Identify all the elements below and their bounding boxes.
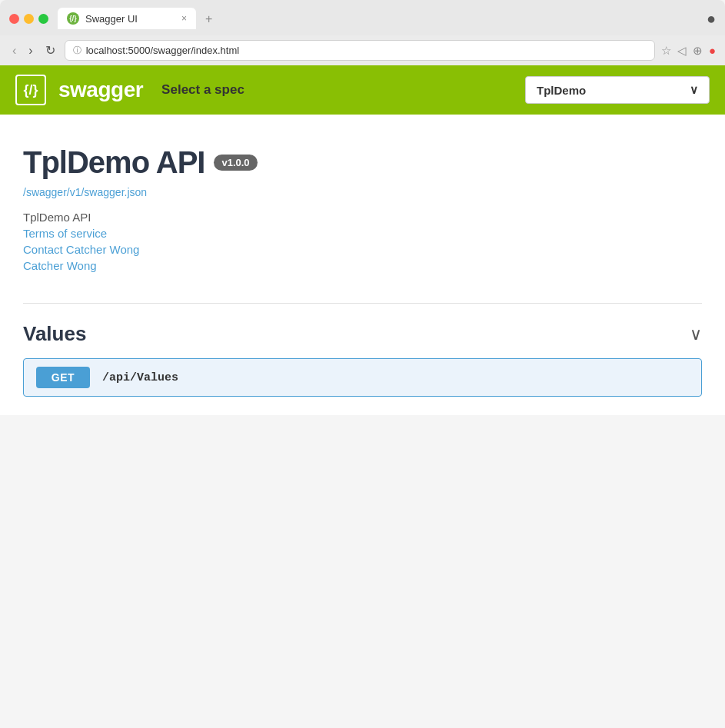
endpoint-path: /api/Values — [102, 371, 178, 384]
tab-close-button[interactable]: × — [181, 13, 187, 24]
contact-link[interactable]: Contact Catcher Wong — [23, 243, 702, 256]
http-method-badge: GET — [36, 367, 90, 388]
values-section-header: Values ∨ — [23, 322, 702, 346]
author-link[interactable]: Catcher Wong — [23, 259, 702, 272]
values-section-title: Values — [23, 322, 86, 346]
active-tab[interactable]: {/} Swagger UI × — [58, 8, 196, 29]
api-title-row: TplDemo API v1.0.0 — [23, 145, 702, 180]
new-tab-button[interactable]: + — [199, 9, 218, 29]
url-text: localhost:5000/swagger/index.html — [86, 45, 239, 56]
values-collapse-icon[interactable]: ∨ — [690, 324, 702, 344]
traffic-lights — [9, 14, 48, 24]
tab-bar: {/} Swagger UI × + — [58, 8, 700, 29]
api-url-link[interactable]: /swagger/v1/swagger.json — [23, 186, 702, 198]
forward-button[interactable]: › — [25, 42, 35, 59]
bookmark-icon[interactable]: ☆ — [661, 44, 671, 58]
close-traffic-light[interactable] — [9, 14, 19, 24]
address-bar-row: ‹ › ↻ ⓘ localhost:5000/swagger/index.htm… — [0, 35, 725, 65]
spec-select-dropdown[interactable]: TplDemo ∨ — [525, 76, 710, 104]
maximize-traffic-light[interactable] — [38, 14, 48, 24]
share-icon[interactable]: ◁ — [677, 44, 687, 58]
address-bar[interactable]: ⓘ localhost:5000/swagger/index.html — [65, 40, 655, 61]
endpoint-row[interactable]: GET /api/Values — [23, 358, 702, 397]
tab-favicon-icon: {/} — [67, 12, 79, 25]
api-version-badge: v1.0.0 — [214, 155, 257, 171]
back-button[interactable]: ‹ — [9, 42, 19, 59]
swagger-header: {/} swagger Select a spec TplDemo ∨ — [0, 65, 725, 115]
api-title: TplDemo API — [23, 145, 205, 180]
minimize-traffic-light[interactable] — [24, 14, 34, 24]
select-spec-label: Select a spec — [161, 82, 244, 98]
browser-titlebar: {/} Swagger UI × + ● — [0, 8, 725, 35]
values-section: Values ∨ GET /api/Values — [0, 304, 725, 415]
lock-icon: ⓘ — [73, 45, 81, 56]
tab-title: Swagger UI — [85, 13, 138, 25]
profile-icon[interactable]: ● — [707, 10, 716, 28]
swagger-brand: swagger — [58, 78, 143, 102]
download-icon[interactable]: ⊕ — [693, 44, 703, 58]
security-icon[interactable]: ● — [709, 44, 716, 57]
dropdown-chevron-icon: ∨ — [690, 83, 698, 97]
browser-window: {/} Swagger UI × + ● ‹ › ↻ ⓘ localhost:5… — [0, 0, 725, 415]
api-description: TplDemo API — [23, 211, 702, 224]
swagger-logo-icon: {/} — [15, 75, 46, 105]
address-bar-actions: ☆ ◁ ⊕ ● — [661, 44, 716, 58]
browser-content: {/} swagger Select a spec TplDemo ∨ TplD… — [0, 65, 725, 415]
api-info-section: TplDemo API v1.0.0 /swagger/v1/swagger.j… — [0, 115, 725, 303]
refresh-button[interactable]: ↻ — [42, 42, 58, 59]
selected-spec-value: TplDemo — [537, 84, 586, 97]
terms-of-service-link[interactable]: Terms of service — [23, 227, 702, 240]
